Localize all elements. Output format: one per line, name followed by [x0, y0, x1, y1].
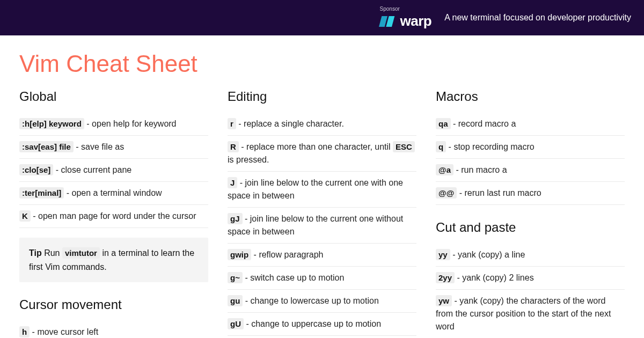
item-list: qa - record macro aq - stop recording ma… [436, 113, 625, 205]
command-key: q [436, 141, 446, 152]
warp-icon [379, 16, 396, 27]
command-key: K [19, 210, 31, 222]
command-key: r [228, 118, 236, 129]
command-key: gu [228, 295, 243, 306]
warp-name: warp [400, 13, 432, 30]
command-key: :ter[minal] [19, 187, 64, 199]
command-key: 2yy [436, 272, 455, 283]
sponsor-tagline: A new terminal focused on developer prod… [444, 13, 631, 23]
list-item: g~ - switch case up to motion [228, 267, 416, 290]
list-item: gU - change to uppercase up to motion [228, 313, 416, 336]
command-key: yw [436, 295, 452, 306]
item-list: r - replace a single character.R - repla… [228, 113, 416, 338]
command-key: ESC [393, 141, 415, 152]
list-item: :ter[minal] - open a terminal window [19, 182, 208, 205]
list-item: 2yy - yank (copy) 2 lines [436, 267, 625, 290]
command-key: gU [228, 318, 244, 329]
list-item: yy - yank (copy) a line [436, 244, 625, 267]
list-item: :h[elp] keyword - open help for keyword [19, 113, 208, 136]
command-key: qa [436, 118, 451, 129]
page-title: Vim Cheat Sheet [19, 50, 625, 77]
item-list: :h[elp] keyword - open help for keyword:… [19, 113, 208, 228]
list-item: R - replace more than one character, unt… [228, 136, 416, 172]
list-item: r - replace a single character. [228, 113, 416, 136]
command-key: h [19, 326, 30, 337]
content: Vim Cheat Sheet Global:h[elp] keyword - … [0, 35, 644, 338]
columns: Global:h[elp] keyword - open help for ke… [19, 89, 625, 338]
list-item: J - join line below to the current one w… [228, 172, 416, 208]
command-key: :clo[se] [19, 164, 53, 175]
tip-command: vimtutor [62, 247, 100, 259]
list-item: qa - record macro a [436, 113, 625, 136]
column: Global:h[elp] keyword - open help for ke… [19, 89, 208, 338]
item-list: yy - yank (copy) a line2yy - yank (copy)… [436, 244, 625, 338]
sponsor-bar: Sponsor warp A new terminal focused on d… [0, 0, 644, 35]
list-item: h - move cursor left [19, 321, 208, 338]
sponsor-link[interactable]: Sponsor warp A new terminal focused on d… [379, 6, 631, 30]
section-title: Cut and paste [436, 220, 625, 235]
command-key: :h[elp] keyword [19, 118, 84, 129]
command-key: :sav[eas] file [19, 141, 74, 152]
command-key: yy [436, 249, 450, 260]
list-item: gwip - reflow paragraph [228, 244, 416, 267]
warp-logo: warp [379, 13, 432, 30]
column: Macrosqa - record macro aq - stop record… [436, 89, 625, 338]
list-item: :clo[se] - close current pane [19, 159, 208, 182]
list-item: cc - change (replace) entire line [228, 336, 416, 338]
command-key: gJ [228, 213, 243, 224]
list-item: gu - change to lowercase up to motion [228, 290, 416, 313]
section-title: Editing [228, 89, 416, 104]
sponsor-label: Sponsor [380, 6, 400, 12]
tip-box: Tip Run vimtutor in a terminal to learn … [19, 238, 208, 282]
command-key: gwip [228, 249, 251, 260]
list-item: :sav[eas] file - save file as [19, 136, 208, 159]
command-key: @@ [436, 187, 457, 199]
section-title: Global [19, 89, 208, 104]
list-item: gJ - join line below to the current one … [228, 208, 416, 244]
list-item: q - stop recording macro [436, 136, 625, 159]
list-item: @a - run macro a [436, 159, 625, 182]
list-item: K - open man page for word under the cur… [19, 205, 208, 228]
sponsor-brand-block: Sponsor warp [379, 6, 432, 30]
section-title: Macros [436, 89, 625, 104]
list-item: yw - yank (copy) the characters of the w… [436, 290, 625, 338]
tip-label: Tip [29, 248, 42, 258]
command-key: g~ [228, 272, 243, 283]
command-key: R [228, 141, 239, 152]
list-item: @@ - rerun last run macro [436, 182, 625, 205]
command-key: @a [436, 164, 453, 175]
command-key: J [228, 177, 237, 188]
column: Editingr - replace a single character.R … [228, 89, 416, 338]
item-list: h - move cursor left [19, 321, 208, 338]
section-title: Cursor movement [19, 297, 208, 312]
